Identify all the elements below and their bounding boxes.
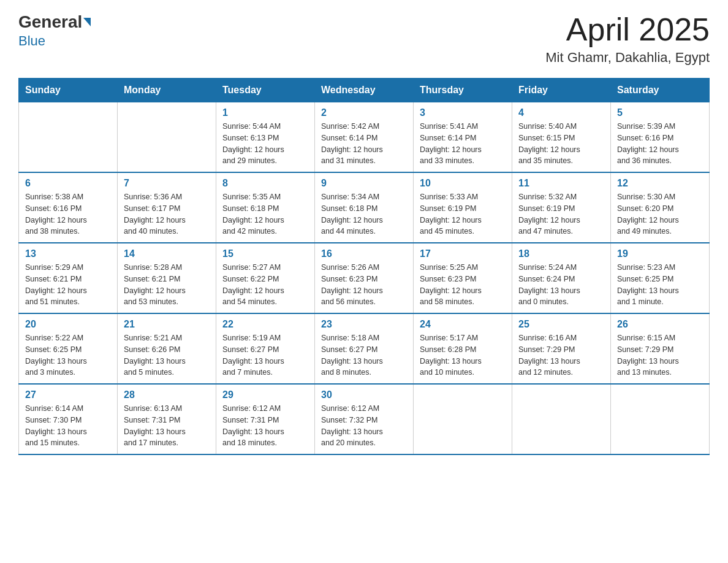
calendar-cell: 21Sunrise: 5:21 AMSunset: 6:26 PMDayligh… [118,313,216,384]
calendar-cell: 26Sunrise: 6:15 AMSunset: 7:29 PMDayligh… [611,313,710,384]
day-header-tuesday: Tuesday [216,79,315,102]
day-number: 11 [518,178,604,189]
day-number: 27 [25,389,111,400]
day-info: Sunrise: 5:22 AMSunset: 6:25 PMDaylight:… [25,332,111,378]
day-info: Sunrise: 5:24 AMSunset: 6:24 PMDaylight:… [518,262,604,308]
day-info: Sunrise: 5:25 AMSunset: 6:23 PMDaylight:… [420,262,506,308]
day-number: 25 [518,319,604,330]
day-info: Sunrise: 6:13 AMSunset: 7:31 PMDaylight:… [124,403,210,449]
calendar-cell: 9Sunrise: 5:34 AMSunset: 6:18 PMDaylight… [315,172,414,243]
week-row-4: 20Sunrise: 5:22 AMSunset: 6:25 PMDayligh… [19,313,710,384]
day-number: 3 [420,107,506,118]
calendar-header: SundayMondayTuesdayWednesdayThursdayFrid… [19,79,710,102]
logo-triangle-icon [83,18,91,26]
calendar-cell [611,384,710,454]
calendar-cell: 7Sunrise: 5:36 AMSunset: 6:17 PMDaylight… [118,172,216,243]
day-info: Sunrise: 5:23 AMSunset: 6:25 PMDaylight:… [617,262,703,308]
day-number: 8 [222,178,308,189]
calendar-cell: 14Sunrise: 5:28 AMSunset: 6:21 PMDayligh… [118,243,216,313]
day-header-friday: Friday [512,79,611,102]
day-number: 2 [321,107,407,118]
day-info: Sunrise: 6:12 AMSunset: 7:32 PMDaylight:… [321,403,407,449]
day-number: 15 [222,248,308,259]
day-number: 29 [222,389,308,400]
day-info: Sunrise: 5:18 AMSunset: 6:27 PMDaylight:… [321,332,407,378]
day-header-thursday: Thursday [414,79,512,102]
day-info: Sunrise: 5:17 AMSunset: 6:28 PMDaylight:… [420,332,506,378]
calendar-cell: 12Sunrise: 5:30 AMSunset: 6:20 PMDayligh… [611,172,710,243]
calendar-cell: 28Sunrise: 6:13 AMSunset: 7:31 PMDayligh… [118,384,216,454]
day-info: Sunrise: 5:27 AMSunset: 6:22 PMDaylight:… [222,262,308,308]
day-info: Sunrise: 5:26 AMSunset: 6:23 PMDaylight:… [321,262,407,308]
day-info: Sunrise: 5:28 AMSunset: 6:21 PMDaylight:… [124,262,210,308]
logo: General Blue [18,12,92,49]
calendar-cell: 24Sunrise: 5:17 AMSunset: 6:28 PMDayligh… [414,313,512,384]
day-number: 17 [420,248,506,259]
day-number: 4 [518,107,604,118]
day-info: Sunrise: 5:32 AMSunset: 6:19 PMDaylight:… [518,191,604,237]
calendar-cell [414,384,512,454]
calendar-cell: 25Sunrise: 6:16 AMSunset: 7:29 PMDayligh… [512,313,611,384]
calendar-body: 1Sunrise: 5:44 AMSunset: 6:13 PMDaylight… [19,102,710,455]
calendar-table: SundayMondayTuesdayWednesdayThursdayFrid… [18,78,710,455]
day-header-wednesday: Wednesday [315,79,414,102]
day-number: 28 [124,389,210,400]
day-info: Sunrise: 5:33 AMSunset: 6:19 PMDaylight:… [420,191,506,237]
calendar-cell: 3Sunrise: 5:41 AMSunset: 6:14 PMDaylight… [414,102,512,173]
logo-general-text: General [18,12,82,32]
day-number: 21 [124,319,210,330]
day-info: Sunrise: 6:14 AMSunset: 7:30 PMDaylight:… [25,403,111,449]
calendar-cell: 1Sunrise: 5:44 AMSunset: 6:13 PMDaylight… [216,102,315,173]
calendar-cell: 5Sunrise: 5:39 AMSunset: 6:16 PMDaylight… [611,102,710,173]
day-info: Sunrise: 5:42 AMSunset: 6:14 PMDaylight:… [321,121,407,167]
calendar-cell: 17Sunrise: 5:25 AMSunset: 6:23 PMDayligh… [414,243,512,313]
calendar-cell: 15Sunrise: 5:27 AMSunset: 6:22 PMDayligh… [216,243,315,313]
calendar-cell: 19Sunrise: 5:23 AMSunset: 6:25 PMDayligh… [611,243,710,313]
calendar-cell: 6Sunrise: 5:38 AMSunset: 6:16 PMDaylight… [19,172,118,243]
week-row-3: 13Sunrise: 5:29 AMSunset: 6:21 PMDayligh… [19,243,710,313]
day-number: 16 [321,248,407,259]
calendar-cell: 22Sunrise: 5:19 AMSunset: 6:27 PMDayligh… [216,313,315,384]
calendar-cell: 20Sunrise: 5:22 AMSunset: 6:25 PMDayligh… [19,313,118,384]
day-number: 19 [617,248,703,259]
day-number: 24 [420,319,506,330]
calendar-cell: 11Sunrise: 5:32 AMSunset: 6:19 PMDayligh… [512,172,611,243]
calendar-cell: 23Sunrise: 5:18 AMSunset: 6:27 PMDayligh… [315,313,414,384]
day-number: 7 [124,178,210,189]
day-info: Sunrise: 5:30 AMSunset: 6:20 PMDaylight:… [617,191,703,237]
calendar-cell [512,384,611,454]
calendar-cell: 30Sunrise: 6:12 AMSunset: 7:32 PMDayligh… [315,384,414,454]
day-info: Sunrise: 5:35 AMSunset: 6:18 PMDaylight:… [222,191,308,237]
week-row-5: 27Sunrise: 6:14 AMSunset: 7:30 PMDayligh… [19,384,710,454]
day-info: Sunrise: 5:40 AMSunset: 6:15 PMDaylight:… [518,121,604,167]
calendar-cell: 13Sunrise: 5:29 AMSunset: 6:21 PMDayligh… [19,243,118,313]
day-number: 1 [222,107,308,118]
day-number: 14 [124,248,210,259]
calendar-cell: 2Sunrise: 5:42 AMSunset: 6:14 PMDaylight… [315,102,414,173]
day-number: 26 [617,319,703,330]
title-block: April 2025 Mit Ghamr, Dakahlia, Egypt [545,12,710,66]
day-number: 18 [518,248,604,259]
day-info: Sunrise: 5:41 AMSunset: 6:14 PMDaylight:… [420,121,506,167]
day-info: Sunrise: 5:36 AMSunset: 6:17 PMDaylight:… [124,191,210,237]
calendar-cell: 18Sunrise: 5:24 AMSunset: 6:24 PMDayligh… [512,243,611,313]
day-info: Sunrise: 5:38 AMSunset: 6:16 PMDaylight:… [25,191,111,237]
calendar-cell [19,102,118,173]
day-number: 6 [25,178,111,189]
day-number: 10 [420,178,506,189]
day-header-saturday: Saturday [611,79,710,102]
day-info: Sunrise: 6:16 AMSunset: 7:29 PMDaylight:… [518,332,604,378]
day-number: 30 [321,389,407,400]
days-of-week-row: SundayMondayTuesdayWednesdayThursdayFrid… [19,79,710,102]
calendar-cell [118,102,216,173]
day-number: 5 [617,107,703,118]
day-info: Sunrise: 6:15 AMSunset: 7:29 PMDaylight:… [617,332,703,378]
page-header: General Blue April 2025 Mit Ghamr, Dakah… [18,12,710,66]
calendar-cell: 16Sunrise: 5:26 AMSunset: 6:23 PMDayligh… [315,243,414,313]
day-info: Sunrise: 5:21 AMSunset: 6:26 PMDaylight:… [124,332,210,378]
logo-blue-text: Blue [18,33,45,49]
location-subtitle: Mit Ghamr, Dakahlia, Egypt [545,50,710,66]
day-info: Sunrise: 5:34 AMSunset: 6:18 PMDaylight:… [321,191,407,237]
day-number: 13 [25,248,111,259]
calendar-cell: 8Sunrise: 5:35 AMSunset: 6:18 PMDaylight… [216,172,315,243]
